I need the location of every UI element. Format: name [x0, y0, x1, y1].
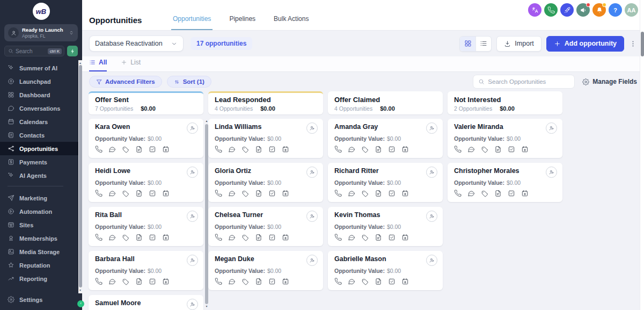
sidebar-item-automation[interactable]: Automation	[0, 205, 82, 218]
tag-icon[interactable]	[361, 278, 369, 285]
sidebar-scrollbar[interactable]: ▲ ▼	[78, 60, 82, 293]
phone-icon[interactable]	[334, 146, 342, 153]
phone-icon[interactable]	[95, 146, 103, 153]
sms-icon[interactable]	[228, 146, 236, 153]
tag-icon[interactable]	[122, 190, 129, 197]
tag-icon[interactable]	[241, 190, 249, 197]
assign-contact-button[interactable]	[306, 122, 318, 134]
account-switcher[interactable]: Ready to Launch Apopka, FL	[4, 24, 78, 41]
sidebar-item-marketing[interactable]: Marketing	[0, 191, 82, 205]
assign-contact-button[interactable]	[306, 167, 318, 178]
sms-icon[interactable]	[108, 278, 116, 285]
sms-icon[interactable]	[108, 234, 116, 241]
appointment-icon[interactable]	[282, 234, 289, 241]
add-opportunity-button[interactable]: Add opportunity	[546, 36, 624, 52]
opportunity-card[interactable]: Gloria OrtizOpportunity Value:$0.00	[208, 163, 323, 202]
pipeline-select[interactable]: Database Reactivation	[89, 35, 184, 52]
manage-fields-button[interactable]: Manage Fields	[582, 78, 637, 85]
sort-button[interactable]: Sort (1)	[167, 76, 211, 88]
appointment-icon[interactable]	[282, 278, 289, 285]
assign-contact-button[interactable]	[306, 255, 318, 266]
appointment-icon[interactable]	[521, 190, 529, 197]
assign-contact-button[interactable]	[546, 122, 557, 134]
page-scrollbar-thumb[interactable]	[641, 32, 644, 56]
sidebar-item-payments[interactable]: Payments	[0, 155, 82, 169]
notes-icon[interactable]	[494, 146, 502, 153]
opportunity-card[interactable]: Richard RitterOpportunity Value:$0.00	[328, 163, 443, 202]
tasks-icon[interactable]	[149, 278, 156, 285]
page-scrollbar[interactable]	[640, 0, 644, 310]
assign-contact-button[interactable]	[306, 211, 318, 222]
sidebar-item-calendars[interactable]: Calendars	[0, 115, 82, 128]
tag-icon[interactable]	[481, 146, 488, 153]
phone-icon[interactable]	[215, 190, 222, 197]
phone-icon[interactable]	[215, 234, 222, 241]
opportunity-card[interactable]: Amanda GrayOpportunity Value:$0.00	[328, 119, 443, 158]
tag-icon[interactable]	[241, 146, 249, 153]
phone-icon[interactable]	[334, 278, 342, 285]
opportunity-card[interactable]: Barbara HallOpportunity Value:$0.00	[89, 251, 203, 290]
tasks-icon[interactable]	[268, 190, 276, 197]
sidebar-item-memberships[interactable]: Memberships	[0, 232, 82, 245]
quick-actions-button[interactable]	[67, 46, 78, 56]
user-avatar[interactable]: AA	[625, 3, 638, 17]
sidebar-item-summer-of-ai[interactable]: Summer of AI	[0, 61, 82, 75]
tasks-icon[interactable]	[388, 278, 396, 285]
header-tab-pipelines[interactable]: Pipelines	[228, 15, 257, 30]
assign-contact-button[interactable]	[187, 255, 198, 266]
column-header[interactable]: Lead Responded4 Opportunities$0.00	[208, 91, 323, 114]
opportunity-card[interactable]: Linda WilliamsOpportunity Value:$0.00	[208, 119, 323, 158]
assign-contact-button[interactable]	[187, 211, 198, 222]
tasks-icon[interactable]	[149, 234, 156, 241]
phone-icon[interactable]	[215, 146, 222, 153]
tasks-icon[interactable]	[508, 146, 515, 153]
opportunity-card[interactable]: Kara OwenOpportunity Value:$0.00	[89, 119, 203, 158]
assign-contact-button[interactable]	[187, 167, 198, 178]
tasks-icon[interactable]	[388, 190, 396, 197]
tag-icon[interactable]	[241, 278, 249, 285]
brand-logo[interactable]: wB	[0, 0, 82, 20]
sms-icon[interactable]	[108, 190, 116, 197]
tab-all[interactable]: All	[89, 59, 107, 71]
appointment-icon[interactable]	[401, 278, 409, 285]
assign-contact-button[interactable]	[426, 122, 437, 134]
phone-icon[interactable]	[95, 278, 103, 285]
notes-icon[interactable]	[255, 278, 262, 285]
assign-contact-button[interactable]	[426, 255, 437, 266]
notes-icon[interactable]	[135, 234, 143, 241]
appointment-icon[interactable]	[162, 190, 170, 197]
tasks-icon[interactable]	[508, 190, 515, 197]
tasks-icon[interactable]	[268, 234, 276, 241]
sms-icon[interactable]	[108, 146, 116, 153]
sidebar-item-ai-agents[interactable]: AI Agents	[0, 169, 82, 182]
phone-icon[interactable]	[95, 190, 103, 197]
sms-icon[interactable]	[228, 234, 236, 241]
notes-icon[interactable]	[375, 234, 382, 241]
rocket-icon-button[interactable]	[560, 3, 574, 17]
sidebar-item-reporting[interactable]: Reporting	[0, 272, 82, 285]
appointment-icon[interactable]	[282, 190, 289, 197]
appointment-icon[interactable]	[162, 278, 170, 285]
notes-icon[interactable]	[375, 146, 382, 153]
sms-icon[interactable]	[228, 190, 236, 197]
appointment-icon[interactable]	[521, 146, 529, 153]
more-options-button[interactable]	[629, 40, 637, 48]
sidebar-item-dashboard[interactable]: Dashboard	[0, 88, 82, 102]
notes-icon[interactable]	[375, 190, 382, 197]
tasks-icon[interactable]	[149, 190, 156, 197]
appointment-icon[interactable]	[401, 190, 409, 197]
sms-icon[interactable]	[348, 146, 355, 153]
appointment-icon[interactable]	[162, 146, 170, 153]
notes-icon[interactable]	[135, 278, 143, 285]
phone-icon[interactable]	[334, 234, 342, 241]
advanced-filters-button[interactable]: Advanced Filters	[89, 76, 162, 88]
column-header[interactable]: Offer Sent7 Opportunities$0.00	[89, 91, 203, 114]
sidebar-item-launchpad[interactable]: Launchpad	[0, 75, 82, 88]
megaphone-icon-button[interactable]	[576, 3, 590, 17]
phone-icon[interactable]	[454, 146, 462, 153]
phone-icon[interactable]	[95, 234, 103, 241]
add-list-button[interactable]: List	[121, 59, 141, 71]
notes-icon[interactable]	[494, 190, 502, 197]
assign-contact-button[interactable]	[426, 167, 437, 178]
sidebar-item-opportunities[interactable]: Opportunities	[0, 142, 82, 155]
